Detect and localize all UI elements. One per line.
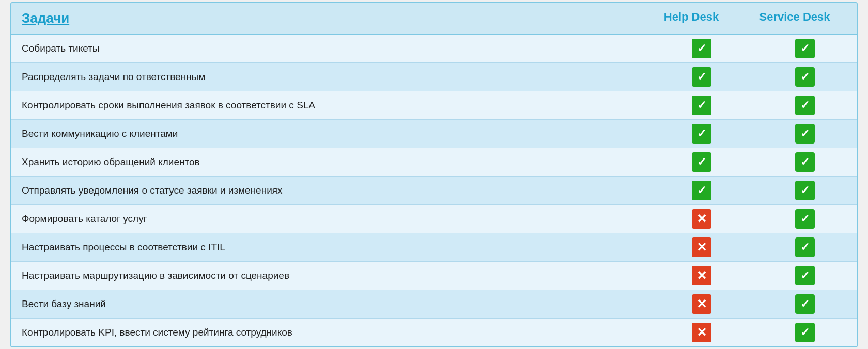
servicedesk-check-cell — [753, 262, 857, 290]
check-yes-icon — [795, 323, 815, 342]
table-row: Контролировать KPI, ввести систему рейти… — [11, 319, 857, 346]
table-row: Вести коммуникацию с клиентами — [11, 120, 857, 148]
helpdesk-check-cell — [650, 35, 753, 62]
task-cell: Вести базу знаний — [11, 290, 650, 318]
task-cell: Контролировать сроки выполнения заявок в… — [11, 91, 650, 119]
check-yes-icon — [795, 67, 815, 87]
check-no-icon — [692, 237, 711, 257]
task-cell: Отправлять уведомления о статусе заявки … — [11, 177, 650, 204]
table-row: Настраивать маршрутизацию в зависимости … — [11, 262, 857, 290]
check-yes-icon — [692, 96, 711, 115]
check-yes-icon — [692, 152, 711, 172]
check-yes-icon — [795, 181, 815, 200]
servicedesk-check-cell — [753, 148, 857, 176]
check-yes-icon — [692, 124, 711, 144]
task-cell: Хранить историю обращений клиентов — [11, 148, 650, 176]
table-body: Собирать тикетыРаспределять задачи по от… — [11, 35, 857, 346]
check-no-icon — [692, 294, 711, 314]
helpdesk-check-cell — [650, 177, 753, 204]
check-no-icon — [692, 266, 711, 285]
helpdesk-check-cell — [650, 120, 753, 148]
helpdesk-check-cell — [650, 63, 753, 91]
servicedesk-check-cell — [753, 63, 857, 91]
check-yes-icon — [795, 294, 815, 314]
check-yes-icon — [795, 237, 815, 257]
servicedesk-check-cell — [753, 205, 857, 233]
servicedesk-check-cell — [753, 120, 857, 148]
servicedesk-check-cell — [753, 290, 857, 318]
table-row: Собирать тикеты — [11, 35, 857, 63]
table-row: Формировать каталог услуг — [11, 205, 857, 233]
check-no-icon — [692, 323, 711, 342]
check-yes-icon — [795, 96, 815, 115]
table-row: Контролировать сроки выполнения заявок в… — [11, 91, 857, 120]
task-cell: Настраивать процессы в соответствии с IT… — [11, 233, 650, 261]
header-helpdesk: Help Desk — [640, 10, 743, 26]
check-yes-icon — [692, 39, 711, 58]
helpdesk-check-cell — [650, 262, 753, 290]
task-cell: Распределять задачи по ответственным — [11, 63, 650, 91]
header-servicedesk: Service Desk — [743, 10, 846, 26]
table-row: Хранить историю обращений клиентов — [11, 148, 857, 177]
check-yes-icon — [795, 39, 815, 58]
task-cell: Формировать каталог услуг — [11, 205, 650, 233]
helpdesk-check-cell — [650, 205, 753, 233]
helpdesk-check-cell — [650, 233, 753, 261]
helpdesk-check-cell — [650, 319, 753, 346]
check-yes-icon — [795, 152, 815, 172]
table-row: Вести базу знаний — [11, 290, 857, 319]
check-no-icon — [692, 209, 711, 229]
task-cell: Вести коммуникацию с клиентами — [11, 120, 650, 148]
table-row: Распределять задачи по ответственным — [11, 63, 857, 91]
helpdesk-check-cell — [650, 148, 753, 176]
servicedesk-check-cell — [753, 319, 857, 346]
servicedesk-check-cell — [753, 177, 857, 204]
check-yes-icon — [795, 266, 815, 285]
table-header: Задачи Help Desk Service Desk — [11, 3, 857, 35]
check-yes-icon — [692, 181, 711, 200]
table-row: Отправлять уведомления о статусе заявки … — [11, 177, 857, 205]
servicedesk-check-cell — [753, 35, 857, 62]
check-yes-icon — [795, 124, 815, 144]
header-zadachi: Задачи — [22, 10, 640, 26]
helpdesk-check-cell — [650, 290, 753, 318]
comparison-table: Задачи Help Desk Service Desk Собирать т… — [10, 2, 858, 347]
helpdesk-check-cell — [650, 91, 753, 119]
servicedesk-check-cell — [753, 91, 857, 119]
task-cell: Контролировать KPI, ввести систему рейти… — [11, 319, 650, 346]
servicedesk-check-cell — [753, 233, 857, 261]
task-cell: Настраивать маршрутизацию в зависимости … — [11, 262, 650, 290]
check-yes-icon — [795, 209, 815, 229]
table-row: Настраивать процессы в соответствии с IT… — [11, 233, 857, 262]
task-cell: Собирать тикеты — [11, 35, 650, 62]
check-yes-icon — [692, 67, 711, 87]
